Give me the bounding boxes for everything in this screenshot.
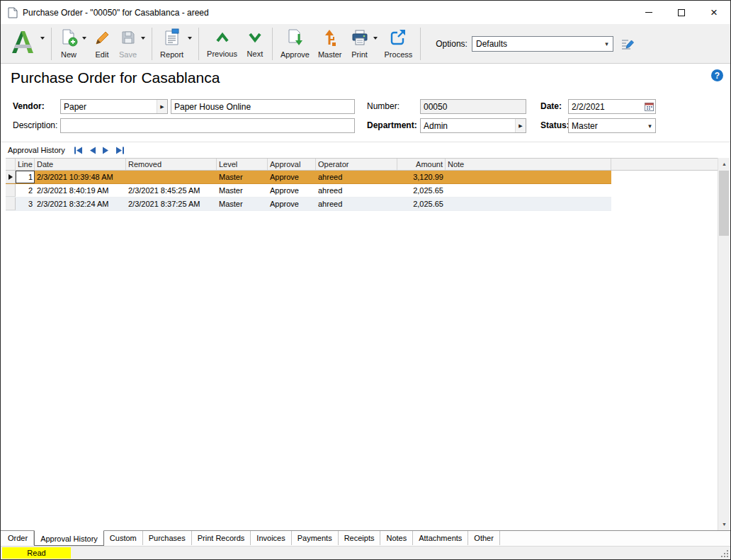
tab-receipts[interactable]: Receipts: [339, 531, 381, 545]
cell-level[interactable]: Master: [217, 198, 268, 210]
print-button[interactable]: Print: [346, 26, 373, 62]
options-dropdown-button[interactable]: ▾: [601, 37, 613, 51]
table-row[interactable]: 1 2/3/2021 10:39:48 AM Master Approve ah…: [6, 171, 611, 184]
department-lookup-button[interactable]: ▶: [515, 119, 526, 132]
chevron-down-icon: ▾: [648, 122, 652, 130]
close-button[interactable]: ×: [698, 1, 730, 24]
help-button[interactable]: ?: [711, 69, 723, 81]
options-edit-button[interactable]: [620, 37, 635, 51]
cell-amount[interactable]: 3,120.99: [397, 171, 446, 183]
cell-date[interactable]: 2/3/2021 8:32:24 AM: [35, 198, 126, 210]
status-dropdown-button[interactable]: ▾: [645, 119, 655, 132]
app-menu-dropdown-arrow[interactable]: [40, 37, 45, 40]
vendor-name-input[interactable]: [171, 100, 354, 113]
cell-amount[interactable]: 2,025.65: [397, 184, 446, 197]
description-field: [60, 118, 355, 133]
approve-button[interactable]: Approve: [276, 26, 314, 62]
cell-line[interactable]: 2: [16, 184, 35, 197]
calendar-picker-button[interactable]: [643, 100, 655, 113]
report-dropdown-arrow[interactable]: [188, 37, 192, 40]
column-header-amount[interactable]: Amount: [397, 159, 446, 170]
number-field: [420, 99, 526, 114]
column-header-approval[interactable]: Approval: [268, 159, 316, 170]
save-floppy-icon: [120, 28, 137, 50]
cell-operator[interactable]: ahreed: [316, 198, 397, 210]
column-header-operator[interactable]: Operator: [316, 159, 397, 170]
status-dropdown[interactable]: ▾: [568, 118, 656, 133]
cell-level[interactable]: Master: [217, 184, 268, 197]
cell-operator[interactable]: ahreed: [316, 171, 397, 183]
cell-date[interactable]: 2/3/2021 8:40:19 AM: [35, 184, 126, 197]
cell-note[interactable]: [446, 198, 611, 210]
maximize-button[interactable]: [665, 1, 698, 24]
cell-amount[interactable]: 2,025.65: [397, 198, 446, 210]
minimize-button[interactable]: [633, 1, 665, 24]
status-label: Status:: [540, 120, 570, 130]
tab-attachments[interactable]: Attachments: [413, 531, 468, 545]
next-button[interactable]: Next: [242, 26, 268, 62]
cell-removed[interactable]: 2/3/2021 8:45:25 AM: [126, 184, 217, 197]
column-header-removed[interactable]: Removed: [126, 159, 217, 170]
master-button[interactable]: Master: [314, 26, 346, 62]
table-row[interactable]: 2 2/3/2021 8:40:19 AM 2/3/2021 8:45:25 A…: [6, 184, 611, 198]
vendor-lookup-button[interactable]: ▶: [157, 100, 167, 113]
department-input[interactable]: [421, 119, 515, 132]
vendor-code-input[interactable]: [61, 100, 157, 113]
app-logo-button[interactable]: [5, 26, 40, 62]
current-row-selector[interactable]: [6, 171, 16, 183]
number-input[interactable]: [421, 100, 526, 113]
vertical-scrollbar[interactable]: ▲ ▼: [718, 158, 730, 530]
column-header-note[interactable]: Note: [446, 159, 611, 170]
next-record-button[interactable]: [102, 147, 110, 154]
cell-level[interactable]: Master: [217, 171, 268, 183]
column-header-date[interactable]: Date: [35, 159, 126, 170]
tab-notes[interactable]: Notes: [380, 531, 413, 545]
cell-approval[interactable]: Approve: [268, 171, 316, 183]
first-record-button[interactable]: [74, 147, 83, 154]
cell-line[interactable]: 1: [16, 171, 35, 183]
cell-removed[interactable]: [126, 171, 217, 183]
previous-record-button[interactable]: [89, 147, 96, 154]
column-header-line[interactable]: Line: [16, 159, 35, 170]
app-logo-icon: [9, 29, 36, 59]
tab-payments[interactable]: Payments: [292, 531, 339, 545]
previous-button[interactable]: Previous: [203, 26, 242, 62]
scroll-up-button[interactable]: ▲: [718, 158, 730, 170]
tab-custom[interactable]: Custom: [104, 531, 143, 545]
cell-date[interactable]: 2/3/2021 10:39:48 AM: [35, 171, 126, 183]
save-button[interactable]: Save: [115, 26, 141, 62]
process-button[interactable]: Process: [380, 26, 417, 62]
column-header-level[interactable]: Level: [217, 159, 268, 170]
print-dropdown-arrow[interactable]: [373, 37, 378, 40]
titlebar: Purchase Order - "00050" for Casablanca …: [1, 1, 730, 24]
new-dropdown-arrow[interactable]: [82, 37, 86, 40]
tab-print-records[interactable]: Print Records: [192, 531, 251, 545]
row-selector[interactable]: [6, 184, 16, 197]
status-value[interactable]: [569, 119, 645, 132]
description-input[interactable]: [61, 119, 354, 132]
tab-approval-history[interactable]: Approval History: [34, 530, 104, 546]
cell-note[interactable]: [446, 171, 611, 183]
save-dropdown-arrow[interactable]: [141, 37, 145, 40]
cell-approval[interactable]: Approve: [268, 184, 316, 197]
scrollbar-thumb[interactable]: [719, 171, 729, 236]
resize-grip[interactable]: [720, 549, 728, 557]
cell-note[interactable]: [446, 184, 611, 197]
report-button[interactable]: Report: [156, 26, 188, 62]
tab-order[interactable]: Order: [2, 531, 34, 545]
cell-removed[interactable]: 2/3/2021 8:37:25 AM: [126, 198, 217, 210]
cell-line[interactable]: 3: [16, 198, 35, 210]
scroll-down-button[interactable]: ▼: [718, 518, 730, 530]
cell-operator[interactable]: ahreed: [316, 184, 397, 197]
cell-approval[interactable]: Approve: [268, 198, 316, 210]
edit-button[interactable]: Edit: [89, 26, 115, 62]
tab-other[interactable]: Other: [468, 531, 500, 545]
date-input[interactable]: [569, 100, 643, 113]
options-combobox[interactable]: Defaults ▾: [472, 36, 613, 52]
tab-purchases[interactable]: Purchases: [143, 531, 192, 545]
table-row[interactable]: 3 2/3/2021 8:32:24 AM 2/3/2021 8:37:25 A…: [6, 198, 611, 211]
row-selector[interactable]: [6, 198, 16, 210]
last-record-button[interactable]: [115, 147, 125, 154]
tab-invoices[interactable]: Invoices: [251, 531, 291, 545]
new-button[interactable]: New: [55, 26, 82, 62]
